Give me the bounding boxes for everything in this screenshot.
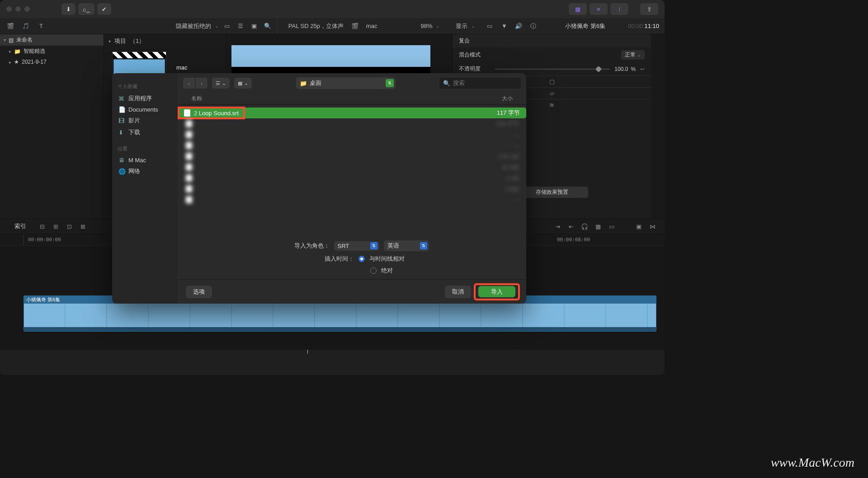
solo-icon[interactable]: 🎧	[578, 221, 591, 231]
inspector-title: 小猪佩奇 第6集	[565, 22, 605, 30]
updown-icon: ⇅	[370, 242, 377, 249]
sidebar-mac[interactable]: 🖥M Mac	[118, 155, 172, 165]
zoom-value[interactable]: 98%	[420, 23, 432, 29]
video-inspector-icon[interactable]: ▭	[485, 21, 495, 31]
save-preset-button[interactable]: 存储效果预置	[516, 187, 588, 198]
file-row[interactable]: --	[178, 194, 526, 205]
index-button[interactable]: 索引	[5, 222, 35, 230]
srt-file-icon	[184, 109, 190, 117]
blend-mode-select[interactable]: 正常 ⌄	[621, 50, 645, 60]
check-circle-icon: ✔	[102, 6, 107, 13]
opacity-value[interactable]: 100.0	[614, 66, 628, 72]
search-input[interactable]: 🔍 搜索	[439, 78, 521, 89]
chevron-down-icon: ▾	[4, 37, 6, 42]
role-select[interactable]: SRT⇅	[334, 241, 379, 251]
titles-browser-icon[interactable]: T	[36, 21, 46, 31]
list-icon[interactable]: ☰	[236, 21, 245, 31]
snap-icon[interactable]: ▦	[591, 221, 605, 231]
sidebar-network[interactable]: 🌐网络	[118, 165, 172, 177]
sidebar-documents[interactable]: 📄Documents	[118, 104, 172, 115]
col-name[interactable]: 名称	[191, 95, 467, 103]
library-header[interactable]: ▾ ▤ 未命名	[0, 34, 104, 46]
clip-view-icon[interactable]: ▣	[249, 21, 259, 31]
file-row[interactable]: --	[178, 140, 526, 151]
file-icon	[186, 153, 192, 160]
import-button[interactable]: 导入	[478, 286, 515, 297]
file-icon	[186, 164, 192, 171]
keyword-button[interactable]: ⌕⎯	[78, 3, 94, 15]
connect-clip-icon[interactable]: ⊟	[35, 221, 49, 231]
effects-browser-icon[interactable]: ▣	[632, 221, 646, 231]
projects-label: 项目	[114, 37, 126, 45]
clip-waveform	[24, 327, 656, 332]
import-button[interactable]: ⬇	[61, 3, 75, 15]
reset-icon[interactable]: ↩	[640, 66, 645, 72]
inspector-layout-button[interactable]: ⫶	[610, 3, 628, 15]
file-row[interactable]: 109 字节	[178, 118, 526, 129]
sidebar-movies[interactable]: 🎞影片	[118, 115, 172, 127]
append-clip-icon[interactable]: ⊡	[62, 221, 76, 231]
grid-view-button[interactable]: ▦ ⌄	[234, 78, 252, 89]
back-button[interactable]: ‹	[183, 78, 195, 89]
sidebar-apps[interactable]: ⌘应用程序	[118, 93, 172, 104]
share-button[interactable]: ⇧	[640, 3, 658, 15]
location-dropdown[interactable]: 📁 桌面 ⇅	[296, 77, 396, 89]
position-icon[interactable]: ⇤	[564, 221, 578, 231]
file-row[interactable]: 4 MB	[178, 183, 526, 194]
filmstrip-icon[interactable]: ▭	[222, 21, 232, 31]
sidebar-item-event[interactable]: ▸★2021-9-17	[0, 57, 104, 67]
search-placeholder: 搜索	[453, 79, 465, 87]
insert-clip-icon[interactable]: ⊞	[49, 221, 62, 231]
slider-knob[interactable]	[595, 66, 602, 72]
list-view-button[interactable]: ☰ ⌄	[212, 78, 230, 89]
sidebar-item-smart[interactable]: ▸📁智能精选	[0, 46, 104, 57]
dialog-main: ‹ › ☰ ⌄ ▦ ⌄ 📁 桌面 ⇅ 🔍 搜索	[178, 73, 526, 304]
star-icon: ★	[14, 59, 19, 65]
sidebar-item-label: 2021-9-17	[22, 59, 47, 65]
file-row[interactable]: --	[178, 129, 526, 140]
file-row[interactable]: 1 KB	[178, 173, 526, 183]
audio-inspector-icon[interactable]: 🔊	[514, 21, 524, 31]
opacity-slider[interactable]	[495, 69, 610, 70]
view-menu[interactable]: 显示	[456, 22, 467, 30]
library-sidebar: ▾ ▤ 未命名 ▸📁智能精选 ▸★2021-9-17	[0, 34, 104, 219]
browser-layout-button[interactable]: ▦	[569, 3, 587, 15]
search-icon[interactable]: 🔍	[263, 21, 273, 31]
overwrite-clip-icon[interactable]: ⊠	[76, 221, 90, 231]
file-row[interactable]: 2.93 GB	[178, 151, 526, 162]
radio-absolute[interactable]	[370, 267, 377, 274]
timeline-layout-button[interactable]: ≡	[590, 3, 608, 15]
file-row-selected[interactable]: 2 Loop Sound.srt 117 字节	[178, 108, 526, 118]
filter-label[interactable]: 隐藏被拒绝的	[176, 22, 211, 30]
chevron-down-icon[interactable]: ▾	[108, 39, 111, 44]
file-size: 4 MB	[474, 186, 519, 192]
language-select[interactable]: 英语⇅	[384, 240, 429, 251]
zoom-icon[interactable]	[24, 6, 30, 12]
file-row[interactable]: 42 MB	[178, 162, 526, 173]
transitions-browser-icon[interactable]: ⋈	[646, 221, 659, 231]
forward-button[interactable]: ›	[196, 78, 208, 89]
info-icon[interactable]: ⓘ	[528, 21, 538, 31]
options-button[interactable]: 选项	[186, 286, 212, 298]
trim-icon[interactable]: ⇥	[551, 221, 564, 231]
library-drive-icon: ▤	[9, 37, 14, 43]
minimize-icon[interactable]	[15, 6, 21, 12]
col-size[interactable]: 大小	[467, 95, 513, 103]
skimming-icon[interactable]: ▭	[605, 221, 618, 231]
filter-icon[interactable]: ▼	[499, 21, 509, 31]
favorites-header: 个人收藏	[118, 83, 172, 90]
bg-tasks-button[interactable]: ✔	[97, 3, 111, 15]
close-icon[interactable]	[6, 6, 12, 12]
cancel-button[interactable]: 取消	[445, 286, 471, 298]
file-size: 42 MB	[474, 164, 519, 171]
media-browser-icon[interactable]: 🎬	[5, 21, 15, 31]
radio-relative[interactable]	[359, 256, 365, 262]
file-size: 109 字节	[474, 120, 519, 128]
audio-browser-icon[interactable]: 🎵	[21, 21, 31, 31]
traffic-lights[interactable]	[6, 6, 30, 12]
download-icon: ⬇	[66, 6, 71, 13]
file-size: --	[474, 131, 519, 138]
dialog-options: 导入为角色： SRT⇅ 英语⇅ 插入时间： 与时间线相对 绝对	[178, 236, 526, 279]
file-size: 1 KB	[474, 175, 519, 182]
sidebar-downloads[interactable]: ⬇下载	[118, 127, 172, 138]
